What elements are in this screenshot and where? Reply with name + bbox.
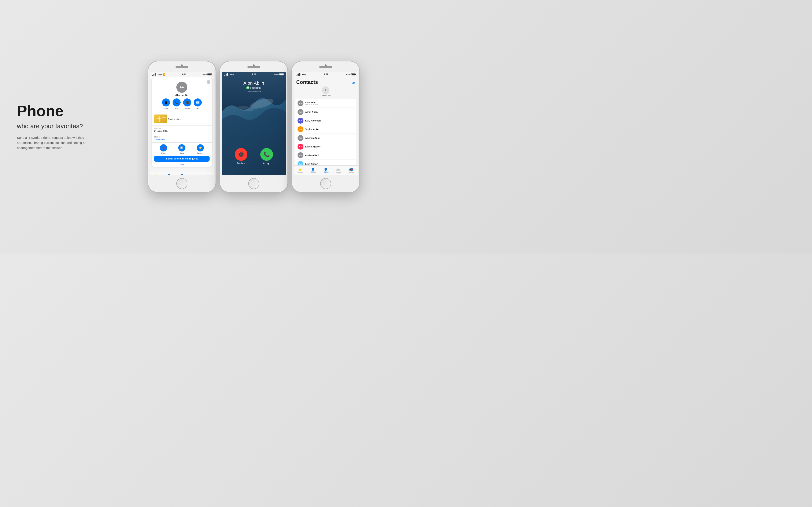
tab3-contacts[interactable]: 👤 Contacts (306, 166, 319, 175)
send-favorite-button[interactable]: Send Favorite friend request (154, 156, 210, 162)
contact-row-info: Emma Aguiler (305, 145, 354, 148)
block-button[interactable]: 🚫 Block (160, 144, 167, 154)
contact-row[interactable]: AAAlon AblinLast seen at 9:45 (295, 99, 356, 108)
contact-full-name: Sophia Acker (305, 128, 354, 130)
contact-row-info: Amonda Adler (305, 137, 354, 139)
facetime-icon: 🎥 (183, 99, 191, 107)
phone3-time: 9:52 (324, 73, 328, 76)
contact-full-name: Austin Alford (305, 154, 354, 157)
phone3-battery-icon (351, 73, 355, 75)
share-button[interactable]: ⬆️ Share (178, 144, 186, 154)
mobile-icon: 📱 (162, 99, 170, 107)
tab3-keypad[interactable]: ⌨️ Keypad (332, 166, 345, 175)
favorite-button[interactable]: ⭐ Favorite (197, 144, 204, 154)
contact-full-name: Amonda Adler (305, 137, 354, 139)
edit-link[interactable]: Edit (152, 162, 212, 167)
contact-avatar: KA (298, 118, 303, 124)
accept-button[interactable]: 📞 Accept (260, 148, 273, 165)
call-button[interactable]: 📞 call (172, 99, 181, 109)
location-map (154, 114, 167, 123)
contact-row[interactable]: AAAmonda Adler (295, 134, 356, 143)
phone1-screen: Litaya 📶 9:41 100% ✕ AA (150, 72, 214, 175)
contact-row-info: Alon AblinLast seen at 9:45 (305, 101, 354, 106)
contact-row-info: Kylie Alston (305, 163, 354, 165)
contact-avatar: SA (298, 126, 303, 132)
facetime-icon (247, 87, 249, 89)
facetime-button[interactable]: 🎥 Facetime (183, 99, 191, 109)
tab-favorites[interactable]: ⭐ Favorites (150, 172, 163, 175)
contacts-edit-button[interactable]: Edit (351, 81, 355, 84)
tab3-favorites[interactable]: ⭐ Favorites (294, 166, 306, 175)
contact-row-info: Austin Alford (305, 154, 354, 157)
contact-row-info: Adam Ablin (305, 111, 354, 113)
tab3-voicemail[interactable]: 📭 Voicemail (345, 166, 358, 175)
mobile-button[interactable]: 📱 mobile (162, 99, 170, 109)
tab-voicemail[interactable]: 📭 Voicemail (201, 172, 214, 175)
contact-full-name: Alon Ablin (305, 101, 354, 104)
contact-row[interactable]: KAKelly Acheson (295, 116, 356, 125)
phone2-status-bar: Litaya 9:41 100% (222, 72, 286, 77)
phone2-signal (224, 73, 228, 76)
phone2-home-button[interactable] (248, 178, 259, 189)
favorites-icon: ⭐ (154, 174, 158, 175)
contact-name: Alon ablin (175, 94, 189, 97)
phone2-screen: Litaya 9:41 100% Alon Ablin (222, 72, 286, 175)
caller-name: Alon Ablin (222, 80, 286, 86)
signal-bar-1 (152, 75, 153, 76)
phone1-home-button[interactable] (176, 178, 187, 189)
mail-button[interactable]: ✉️ mail (194, 99, 202, 109)
contact-full-name: Adam Ablin (305, 111, 354, 113)
contact-avatar: AA (298, 109, 303, 115)
page-subtitle: who are your favorites? (17, 122, 89, 130)
contact-row[interactable]: AAAustin Alford (295, 151, 356, 160)
left-panel: Phone who are your favorites? Send a "Fa… (17, 103, 89, 151)
signal-bar-5 (155, 73, 156, 76)
decline-icon: 📵 (235, 148, 247, 161)
phone3-speaker (319, 66, 332, 68)
page-description: Send a "Favorite Friend" request to know… (17, 135, 89, 151)
page-title: Phone (17, 103, 89, 118)
decline-button[interactable]: 📵 Decline (235, 148, 247, 165)
contact-row[interactable]: AAAdam Ablin (295, 108, 356, 116)
contact-header: ✕ AA Alon ablin 📱 mobile 📞 (152, 78, 212, 113)
contact-full-name: Kylie Alston (305, 163, 354, 165)
phone1-signal (152, 73, 156, 76)
tab-keypad[interactable]: ⌨️ Keypad (188, 172, 201, 175)
phone2-battery-icon (280, 73, 284, 75)
close-button[interactable]: ✕ (207, 80, 210, 84)
phone2-carrier: Litaya (229, 73, 234, 75)
phone1-battery-icon (207, 73, 212, 75)
contact-avatar: AA (298, 152, 303, 158)
contacts-title: Contacts (296, 79, 318, 85)
contact-avatar: AA (298, 135, 303, 141)
voicemail-icon: 📭 (205, 174, 210, 175)
contact-detail-card: ✕ AA Alon ablin 📱 mobile 📞 (152, 78, 212, 167)
create-new-label: Create new (321, 95, 331, 97)
phone3-home-button[interactable] (320, 178, 331, 189)
tab3-contacts-active[interactable]: 👤 Contacts (319, 166, 332, 175)
signal-bar-4 (155, 73, 155, 76)
contacts3-active-icon: 👤 (323, 168, 328, 172)
signal-bar-2 (153, 74, 154, 76)
contact-full-name: Kelly Acheson (305, 119, 354, 122)
tab-contacts-1[interactable]: 👤 Contacts (163, 172, 175, 175)
phone2-frame: Litaya 9:41 100% Alon Ablin (220, 61, 288, 192)
contact-row[interactable]: SASophia Acker (295, 125, 356, 134)
contacts-title-row: Contacts Edit (296, 79, 355, 85)
create-new-button[interactable]: + Create new (296, 87, 355, 97)
tab-contacts-active[interactable]: 👤 Contacts (175, 172, 188, 175)
contact-row-info: Sophia Acker (305, 128, 354, 130)
birthday-row: birthday 21 June, 1995 (152, 125, 212, 134)
call-buttons: 📵 Decline 📞 Accept (222, 148, 286, 165)
keypad3-icon: ⌨️ (336, 168, 341, 172)
phone1-battery: 100% (202, 73, 212, 75)
phone1-wifi-icon: 📶 (163, 73, 165, 76)
phone3-carrier: Litaya (301, 73, 306, 75)
signal-bar-3 (154, 74, 154, 76)
contact-row[interactable]: EAEmma Aguiler (295, 143, 356, 151)
camera-status: Camera allowed (222, 91, 286, 93)
contact-avatar: EA (298, 144, 303, 150)
facetime-dot (246, 87, 249, 89)
action-buttons: 📱 mobile 📞 call 🎥 Facetime (162, 99, 202, 109)
contacts-icon: 👤 (167, 174, 171, 175)
